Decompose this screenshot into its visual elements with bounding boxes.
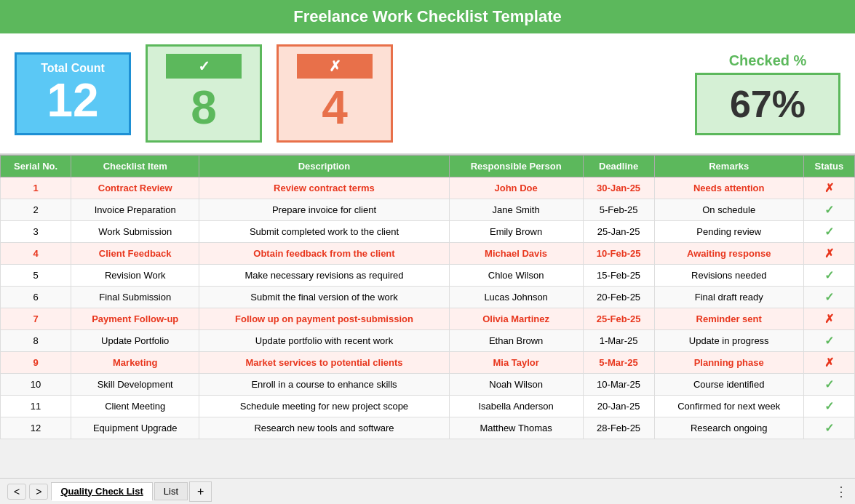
table-cell: Chloe Wilson [449, 265, 583, 287]
tab-quality-check-list[interactable]: Quality Check List [51, 482, 152, 501]
table-cell: Research new tools and software [199, 417, 449, 439]
table-header-cell: Description [199, 156, 449, 177]
table-cell: On schedule [654, 199, 803, 221]
table-header-cell: Deadline [583, 156, 654, 177]
table-cell: 4 [1, 243, 71, 265]
table-header-cell: Checklist Item [71, 156, 199, 177]
table-cell: Schedule meeting for new project scope [199, 396, 449, 417]
bottom-bar: < > Quality Check List List + ⋮ [0, 478, 855, 504]
checklist-table: Serial No.Checklist ItemDescriptionRespo… [0, 155, 855, 439]
table-header-cell: Responsible Person [449, 156, 583, 177]
table-cell: 5-Mar-25 [583, 352, 654, 374]
status-cell: ✓ [803, 417, 854, 439]
more-options-icon[interactable]: ⋮ [835, 484, 848, 500]
table-cell: 10 [1, 374, 71, 396]
table-cell: 2 [1, 199, 71, 221]
table-row: 4Client FeedbackObtain feedback from the… [1, 243, 855, 265]
table-cell: Isabella Anderson [449, 396, 583, 417]
table-cell: Work Submission [71, 221, 199, 243]
status-cell: ✗ [803, 177, 854, 199]
table-cell: Reminder sent [654, 308, 803, 330]
table-cell: 11 [1, 396, 71, 417]
table-row: 5Revision WorkMake necessary revisions a… [1, 265, 855, 287]
check-mark: ✓ [824, 291, 834, 303]
table-cell: Obtain feedback from the client [199, 243, 449, 265]
table-cell: 7 [1, 308, 71, 330]
page-title: Freelance Work Checklist Template [0, 0, 855, 33]
table-cell: Submit the final version of the work [199, 287, 449, 308]
table-body: 1Contract ReviewReview contract termsJoh… [1, 177, 855, 439]
table-cell: Michael Davis [449, 243, 583, 265]
table-cell: Revisions needed [654, 265, 803, 287]
checked-value: 8 [166, 82, 242, 133]
table-cell: Submit completed work to the client [199, 221, 449, 243]
status-cell: ✓ [803, 287, 854, 308]
table-row: 8Update PortfolioUpdate portfolio with r… [1, 330, 855, 352]
table-cell: Olivia Martinez [449, 308, 583, 330]
table-cell: 30-Jan-25 [583, 177, 654, 199]
total-count-card: Total Count 12 [15, 52, 131, 135]
status-cell: ✓ [803, 265, 854, 287]
table-cell: Revision Work [71, 265, 199, 287]
table-row: 3Work SubmissionSubmit completed work to… [1, 221, 855, 243]
check-mark: ✓ [824, 269, 834, 281]
tab-list[interactable]: List [154, 482, 188, 500]
table-row: 10Skill DevelopmentEnroll in a course to… [1, 374, 855, 396]
table-cell: Client Feedback [71, 243, 199, 265]
table-cell: 5 [1, 265, 71, 287]
status-cell: ✓ [803, 396, 854, 417]
table-cell: Update portfolio with recent work [199, 330, 449, 352]
table-row: 9MarketingMarket services to potential c… [1, 352, 855, 374]
table-cell: Invoice Preparation [71, 199, 199, 221]
table-cell: Final draft ready [654, 287, 803, 308]
table-cell: 25-Feb-25 [583, 308, 654, 330]
cross-mark: ✗ [824, 247, 834, 260]
table-cell: 10-Mar-25 [583, 374, 654, 396]
table-row: 2Invoice PreparationPrepare invoice for … [1, 199, 855, 221]
table-cell: Pending review [654, 221, 803, 243]
status-cell: ✓ [803, 374, 854, 396]
table-cell: Payment Follow-up [71, 308, 199, 330]
check-icon: ✓ [166, 54, 242, 79]
checked-pct-card: Checked % 67% [695, 52, 840, 135]
table-row: 6Final SubmissionSubmit the final versio… [1, 287, 855, 308]
table-header-cell: Status [803, 156, 854, 177]
table-cell: Review contract terms [199, 177, 449, 199]
table-cell: 6 [1, 287, 71, 308]
table-cell: 1 [1, 177, 71, 199]
next-button[interactable]: > [29, 484, 48, 500]
status-cell: ✗ [803, 352, 854, 374]
status-cell: ✗ [803, 243, 854, 265]
tab-add-button[interactable]: + [189, 481, 212, 502]
cross-icon: ✗ [297, 54, 373, 79]
table-row: 7Payment Follow-upFollow up on payment p… [1, 308, 855, 330]
unchecked-value: 4 [297, 82, 373, 133]
status-cell: ✓ [803, 221, 854, 243]
table-header-cell: Serial No. [1, 156, 71, 177]
unchecked-card: ✗ 4 [277, 44, 393, 143]
cross-mark: ✗ [824, 182, 834, 194]
check-mark: ✓ [824, 204, 834, 216]
cross-mark: ✗ [824, 313, 834, 325]
table-cell: Ethan Brown [449, 330, 583, 352]
table-cell: Prepare invoice for client [199, 199, 449, 221]
pct-value: 67% [695, 73, 840, 135]
table-header: Serial No.Checklist ItemDescriptionRespo… [1, 156, 855, 177]
table-cell: Lucas Johnson [449, 287, 583, 308]
check-mark: ✓ [824, 335, 834, 347]
cross-mark: ✗ [824, 356, 834, 369]
table-cell: 12 [1, 417, 71, 439]
summary-section: Total Count 12 ✓ 8 ✗ 4 Checked % 67% [0, 33, 855, 153]
check-mark: ✓ [824, 225, 834, 238]
prev-button[interactable]: < [7, 484, 26, 500]
table-row: 12Equipment UpgradeResearch new tools an… [1, 417, 855, 439]
total-count-value: 12 [35, 75, 111, 126]
table-cell: John Doe [449, 177, 583, 199]
table-cell: Planning phase [654, 352, 803, 374]
check-mark: ✓ [824, 422, 834, 434]
table-cell: 15-Feb-25 [583, 265, 654, 287]
table-cell: Market services to potential clients [199, 352, 449, 374]
table-cell: 9 [1, 352, 71, 374]
table-cell: Awaiting response [654, 243, 803, 265]
table-cell: 25-Jan-25 [583, 221, 654, 243]
